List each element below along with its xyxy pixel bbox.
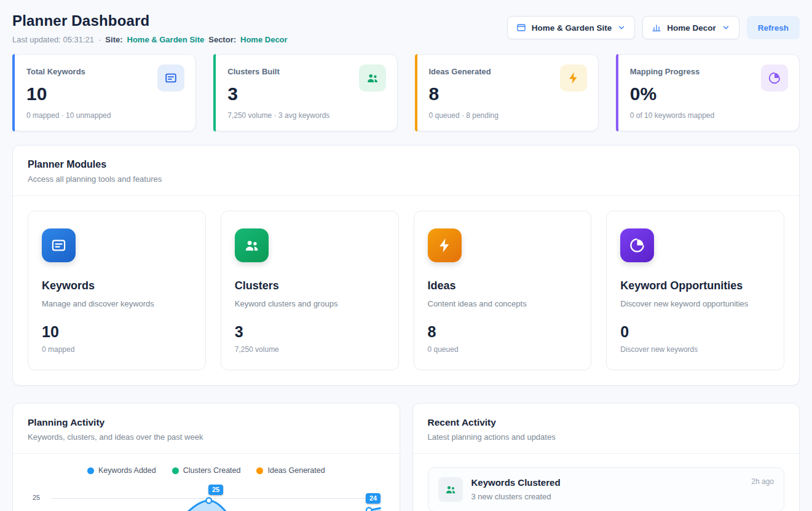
planner-modules-card: Planner Modules Access all planning tool… — [12, 145, 800, 386]
module-card-ideas[interactable]: Ideas Content ideas and concepts 8 0 que… — [414, 211, 592, 370]
refresh-button[interactable]: Refresh — [747, 16, 800, 39]
module-value: 8 — [428, 323, 578, 341]
module-value: 0 — [620, 323, 770, 341]
module-description: Manage and discover keywords — [42, 299, 192, 308]
recent-activity-panel: Recent Activity Latest planning actions … — [412, 403, 800, 511]
stat-detail: 7,250 volume · 3 avg keywords — [227, 111, 383, 120]
lightning-icon — [428, 228, 462, 262]
legend-item-keywords-added: Keywords Added — [87, 466, 156, 475]
planning-activity-subtitle: Keywords, clusters, and ideas over the p… — [28, 432, 385, 442]
site-window-icon — [516, 23, 526, 33]
stats-row: Total Keywords 10 0 mapped · 10 unmapped… — [12, 54, 800, 131]
planning-activity-title: Planning Activity — [28, 417, 385, 428]
modules-subtitle: Access all planning tools and features — [28, 174, 784, 184]
module-card-keyword-opportunities[interactable]: Keyword Opportunities Discover new keywo… — [606, 211, 784, 370]
point-label-badge: 25 — [208, 485, 223, 495]
legend-label: Keywords Added — [98, 466, 156, 475]
module-detail: 0 queued — [428, 345, 578, 354]
activity-item-description: 3 new clusters created — [471, 492, 561, 501]
stat-card-clusters-built: Clusters Built 3 7,250 volume · 3 avg ke… — [213, 54, 397, 131]
chevron-down-icon — [617, 23, 626, 32]
point-label-badge: 24 — [366, 493, 380, 504]
modules-header: Planner Modules Access all planning tool… — [13, 146, 799, 196]
stat-card-total-keywords: Total Keywords 10 0 mapped · 10 unmapped — [12, 54, 196, 131]
module-card-clusters[interactable]: Clusters Keyword clusters and groups 3 7… — [221, 211, 399, 370]
meta-line: Last updated: 05:31:21 · Site: Home & Ga… — [12, 35, 288, 44]
pie-chart-icon — [761, 64, 788, 92]
stat-card-mapping-progress: Mapping Progress 0% 0 of 10 keywords map… — [616, 54, 800, 131]
module-detail: 7,250 volume — [235, 345, 385, 354]
keywords-icon — [157, 64, 184, 92]
module-description: Content ideas and concepts — [428, 299, 578, 308]
site-link[interactable]: Home & Garden Site — [127, 35, 205, 44]
stat-detail: 0 of 10 keywords mapped — [630, 111, 786, 120]
header-left: Planner Dashboard Last updated: 05:31:21… — [12, 12, 288, 44]
planning-activity-panel: Planning Activity Keywords, clusters, an… — [12, 403, 400, 511]
legend-dot-green — [172, 467, 179, 474]
stat-detail: 0 mapped · 10 unmapped — [26, 111, 182, 120]
meta-dot: · — [98, 35, 101, 44]
activity-chart: 25 25 24 — [29, 483, 384, 511]
bar-chart-icon — [652, 23, 661, 33]
page-header: Planner Dashboard Last updated: 05:31:21… — [12, 12, 800, 44]
sector-link[interactable]: Home Decor — [240, 35, 288, 44]
recent-activity-header: Recent Activity Latest planning actions … — [413, 404, 800, 454]
planning-activity-body: Keywords Added Clusters Created Ideas Ge… — [13, 454, 400, 511]
legend-item-clusters-created: Clusters Created — [172, 466, 241, 475]
module-value: 3 — [235, 323, 385, 341]
sector-selector-dropdown[interactable]: Home Decor — [642, 16, 739, 39]
legend-label: Ideas Generated — [267, 466, 325, 475]
recent-activity-subtitle: Latest planning actions and updates — [428, 432, 785, 442]
module-value: 10 — [42, 323, 192, 341]
modules-title: Planner Modules — [28, 159, 784, 170]
activity-item-keywords-clustered[interactable]: Keywords Clustered 3 new clusters create… — [428, 467, 785, 511]
sector-label: Sector: — [208, 35, 236, 44]
legend-dot-blue — [87, 467, 94, 474]
clusters-icon — [359, 64, 386, 92]
activity-item-title: Keywords Clustered — [471, 477, 561, 488]
header-controls: Home & Garden Site Home Decor Refresh — [507, 16, 800, 39]
chevron-down-icon — [722, 23, 730, 32]
page-title: Planner Dashboard — [12, 12, 288, 29]
clusters-icon — [438, 477, 463, 502]
pie-chart-icon — [620, 228, 654, 262]
bottom-row: Planning Activity Keywords, clusters, an… — [12, 403, 800, 511]
module-title: Keywords — [42, 279, 192, 292]
recent-activity-title: Recent Activity — [428, 417, 785, 428]
recent-activity-list: Keywords Clustered 3 new clusters create… — [413, 454, 800, 511]
y-axis-tick: 25 — [33, 494, 40, 501]
lightning-icon — [560, 64, 587, 92]
legend-label: Clusters Created — [183, 466, 241, 475]
module-detail: 0 mapped — [42, 345, 192, 354]
site-selector-dropdown[interactable]: Home & Garden Site — [507, 16, 636, 39]
module-title: Ideas — [428, 279, 578, 292]
planner-dashboard-page: Planner Dashboard Last updated: 05:31:21… — [0, 0, 812, 511]
sector-selector-value: Home Decor — [667, 23, 716, 33]
planning-activity-header: Planning Activity Keywords, clusters, an… — [13, 404, 400, 454]
keywords-icon — [42, 228, 76, 262]
stat-card-ideas-generated: Ideas Generated 8 0 queued · 8 pending — [415, 54, 599, 131]
modules-grid: Keywords Manage and discover keywords 10… — [13, 196, 799, 385]
module-description: Keyword clusters and groups — [235, 299, 385, 308]
site-selector-value: Home & Garden Site — [532, 23, 612, 33]
module-card-keywords[interactable]: Keywords Manage and discover keywords 10… — [28, 211, 206, 370]
chart-legend: Keywords Added Clusters Created Ideas Ge… — [25, 466, 387, 475]
last-updated-text: Last updated: 05:31:21 — [12, 35, 94, 44]
module-description: Discover new keyword opportunities — [620, 299, 770, 308]
module-title: Keyword Opportunities — [620, 279, 770, 292]
activity-item-time: 2h ago — [751, 477, 774, 486]
module-title: Clusters — [235, 279, 385, 292]
activity-item-text: Keywords Clustered 3 new clusters create… — [471, 477, 561, 501]
stat-detail: 0 queued · 8 pending — [429, 111, 585, 120]
legend-item-ideas-generated: Ideas Generated — [256, 466, 325, 475]
module-detail: Discover new keywords — [620, 345, 770, 354]
clusters-icon — [235, 228, 269, 262]
legend-dot-orange — [256, 467, 263, 474]
site-label: Site: — [105, 35, 122, 44]
